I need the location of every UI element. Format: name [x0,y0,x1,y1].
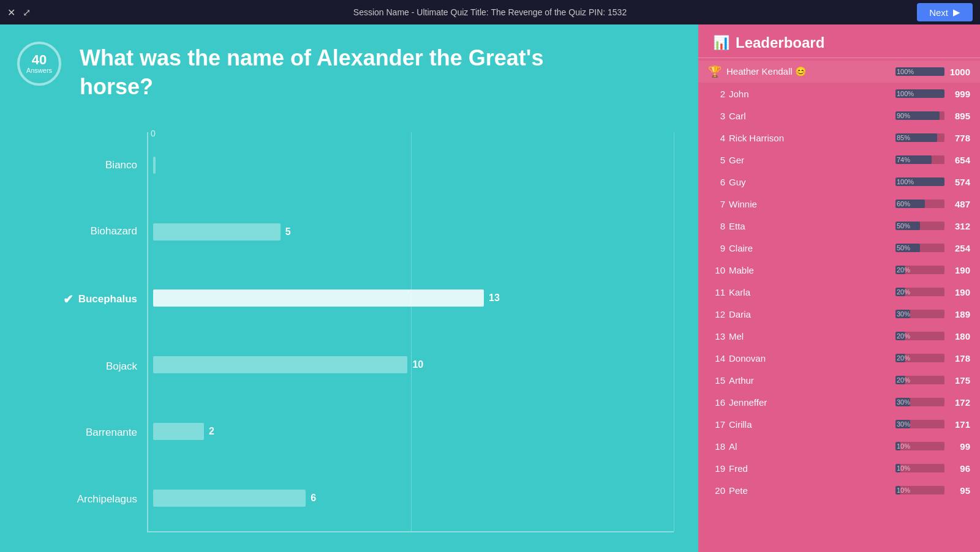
leaderboard-row: 5Ger74%654 [698,149,980,171]
lb-bar-wrapper: 10% [895,486,944,494]
leaderboard-row: 18Al10%99 [698,435,980,457]
lb-pct-label: 50% [897,244,910,252]
lb-name: Winnie [729,199,892,209]
checkmark-icon: ✔ [63,292,74,307]
main-layout: 40 Answers What was the name of Alexande… [0,24,980,552]
leaderboard-row: 19Fred10%96 [698,457,980,479]
lb-rank: 6 [708,177,725,187]
bar-row-biohazard: 5 [148,221,674,243]
bars-column: 0 5131026 [147,132,674,532]
leaderboard-row: 6Guy100%574 [698,171,980,193]
lb-name: Claire [729,243,892,253]
lb-score: 487 [948,199,970,209]
bar-bucephalus [153,289,484,307]
next-button[interactable]: Next ▶ [917,3,973,21]
lb-bar-wrapper: 90% [895,111,944,120]
chart-container: BiancoBiohazard✔BucephalusBojackBarrenan… [24,132,674,532]
lb-name: Al [729,441,892,452]
answer-label-barrenante: Barrenante [24,427,137,439]
lb-name: Ger [729,155,892,165]
leaderboard-row: 8Etta50%312 [698,215,980,237]
lb-rank: 9 [708,243,725,253]
lb-name: Mable [729,265,892,275]
lb-bar-wrapper: 30% [895,398,944,406]
leaderboard-icon: 📊 [713,35,729,51]
answers-counter: 40 Answers [17,42,61,86]
lb-score: 574 [948,177,970,187]
lb-name: John [729,89,892,99]
lb-rank: 13 [708,331,725,341]
lb-pct-label: 20% [897,354,910,362]
lb-bar-wrapper: 30% [895,420,944,428]
lb-pct-label: 10% [897,487,910,494]
lb-pct-label: 30% [897,310,910,318]
leaderboard-row: 17Cirilla30%171 [698,413,980,435]
lb-bar-wrapper: 100% [895,177,944,186]
leaderboard-row: 7Winnie60%487 [698,193,980,215]
lb-pct-label: 30% [897,420,910,428]
lb-name: Donovan [729,353,892,364]
expand-button[interactable]: ⤢ [23,7,31,18]
lb-bar-wrapper: 30% [895,310,944,318]
lb-pct-label: 90% [897,112,910,119]
lb-score: 895 [948,111,970,121]
lb-name: Guy [729,177,892,187]
bar-barrenante [153,423,204,440]
lb-rank: 16 [708,397,725,408]
leaderboard-row: 15Arthur20%175 [698,369,980,391]
lb-name: Fred [729,463,892,474]
lb-rank: 19 [708,463,725,474]
answer-label-archipelagus: Archipelagus [24,493,137,505]
lb-pct-label: 10% [897,464,910,472]
lb-bar-wrapper: 60% [895,200,944,208]
answer-label-bianco: Bianco [24,159,137,171]
lb-bar-wrapper: 10% [895,464,944,472]
lb-bar-wrapper: 50% [895,244,944,252]
lb-score: 99 [948,441,970,452]
lb-pct-label: 100% [897,68,914,75]
bar-value-bucephalus: 13 [489,293,501,304]
leaderboard-title: Leaderboard [736,34,824,51]
lb-score: 254 [948,243,970,253]
lb-name: Jenneffer [729,397,892,408]
lb-rank: 15 [708,375,725,386]
leaderboard-row: 11Karla20%190 [698,281,980,303]
answer-label-bucephalus: ✔Bucephalus [24,292,137,307]
bar-value-biohazard: 5 [285,226,298,237]
answer-label-biohazard: Biohazard [24,225,137,237]
leaderboard-row: 🏆Heather Kendall 😊100%1000 [698,61,980,83]
lb-pct-label: 30% [897,398,910,406]
question-text: What was the name of Alexander the Great… [80,44,606,102]
answers-label: Answers [26,67,52,74]
answer-label-text: Bucephalus [78,293,137,305]
leaderboard-row: 14Donovan20%178 [698,347,980,369]
lb-rank: 17 [708,419,725,430]
lb-name: Karla [729,287,892,297]
close-button[interactable]: ✕ [7,7,15,18]
lb-name: Cirilla [729,419,892,430]
lb-score: 778 [948,133,970,143]
lb-rank: 18 [708,441,725,452]
lb-name: Pete [729,485,892,496]
lb-score: 95 [948,485,970,496]
lb-name: Rick Harrison [729,133,892,143]
lb-bar-wrapper: 74% [895,155,944,164]
lb-pct-label: 20% [897,288,910,296]
lb-score: 180 [948,331,970,341]
lb-rank: 11 [708,287,725,297]
lb-bar-wrapper: 50% [895,222,944,230]
bar-row-archipelagus: 6 [148,487,674,509]
lb-rank: 3 [708,111,725,121]
lb-name: Daria [729,309,892,319]
lb-pct-label: 85% [897,134,910,141]
lb-name: Carl [729,111,892,121]
answer-label-text: Archipelagus [77,493,137,505]
bar-value-archipelagus: 6 [311,493,323,504]
lb-pct-label: 20% [897,266,910,274]
lb-bar-wrapper: 20% [895,288,944,296]
lb-pct-label: 100% [897,178,914,185]
lb-pct-label: 50% [897,222,910,229]
lb-rank: 8 [708,221,725,231]
answer-label-text: Bianco [105,159,137,171]
lb-bar-wrapper: 10% [895,442,944,450]
